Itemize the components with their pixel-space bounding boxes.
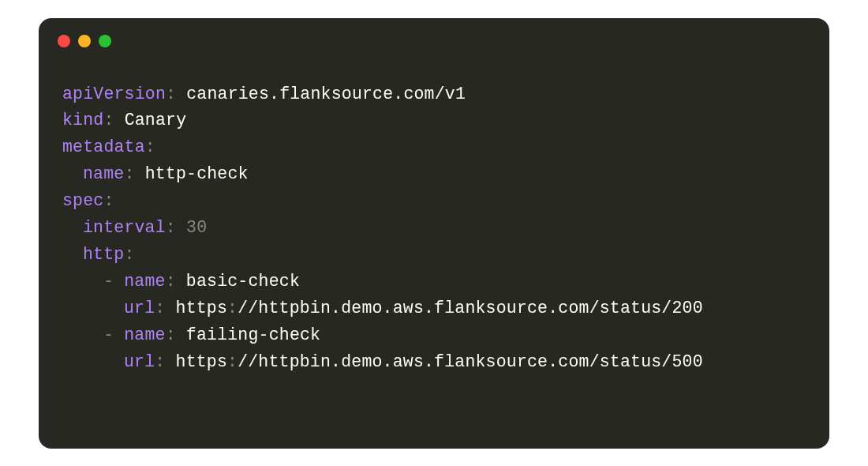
code-line: http: [62, 242, 806, 269]
yaml-colon: : [124, 245, 134, 264]
yaml-value: http-check [145, 164, 249, 183]
yaml-value: //httpbin.demo.aws.flanksource.com/statu… [238, 299, 703, 318]
yaml-key: http [83, 245, 124, 264]
yaml-key: spec [62, 191, 103, 210]
yaml-value: canaries.flanksource.com/v1 [186, 85, 466, 103]
yaml-value: 30 [186, 218, 207, 237]
code-line: metadata: [62, 134, 806, 161]
yaml-colon: : [145, 137, 155, 156]
yaml-colon: : [103, 111, 114, 130]
yaml-key: name [124, 325, 165, 344]
yaml-value: https [176, 299, 228, 318]
code-line: name: http-check [62, 161, 806, 188]
yaml-key: url [124, 352, 155, 371]
minimize-icon[interactable] [78, 35, 91, 47]
yaml-colon: : [166, 85, 176, 103]
code-line: apiVersion: canaries.flanksource.com/v1 [62, 81, 806, 108]
yaml-colon: : [166, 218, 176, 237]
yaml-dash: - [103, 272, 114, 291]
yaml-colon: : [166, 325, 176, 344]
yaml-dash: - [103, 325, 114, 344]
yaml-value: basic-check [186, 272, 300, 291]
yaml-colon: : [227, 299, 238, 318]
window-titlebar [39, 18, 829, 64]
yaml-colon: : [166, 272, 176, 291]
maximize-icon[interactable] [99, 35, 111, 47]
code-line: kind: Canary [62, 107, 806, 134]
yaml-key: kind [62, 111, 103, 130]
code-line: url: https://httpbin.demo.aws.flanksourc… [62, 349, 806, 376]
code-line: spec: [62, 188, 806, 215]
code-line: url: https://httpbin.demo.aws.flanksourc… [62, 295, 806, 322]
yaml-colon: : [227, 352, 238, 371]
yaml-colon: : [155, 352, 165, 371]
yaml-value: //httpbin.demo.aws.flanksource.com/statu… [238, 352, 703, 371]
code-content: apiVersion: canaries.flanksource.com/v1 … [39, 64, 829, 449]
yaml-value: Canary [125, 111, 187, 130]
yaml-value: https [176, 352, 228, 371]
code-line: - name: failing-check [62, 322, 806, 349]
yaml-colon: : [124, 164, 134, 183]
code-line: - name: basic-check [62, 269, 806, 295]
yaml-key: url [124, 299, 155, 318]
yaml-value: failing-check [186, 325, 320, 344]
yaml-key: name [83, 164, 124, 183]
yaml-key: apiVersion [62, 85, 166, 103]
yaml-colon: : [155, 299, 165, 318]
close-icon[interactable] [58, 35, 70, 47]
terminal-window: apiVersion: canaries.flanksource.com/v1 … [39, 18, 829, 449]
yaml-key: interval [83, 218, 166, 237]
code-line: interval: 30 [62, 215, 806, 242]
yaml-key: name [124, 272, 165, 291]
yaml-colon: : [103, 191, 114, 210]
yaml-key: metadata [62, 137, 145, 156]
